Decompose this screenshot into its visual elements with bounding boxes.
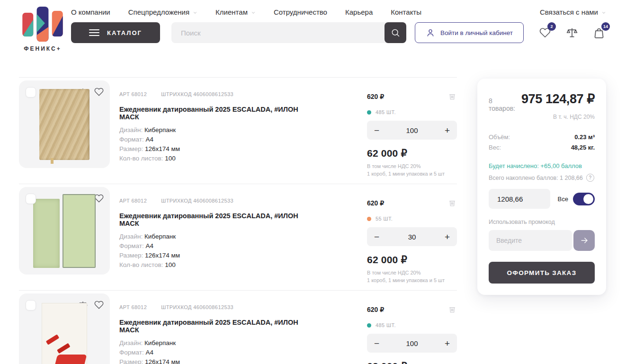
- cart-button[interactable]: 14: [592, 26, 606, 40]
- qty-decrease-button[interactable]: −: [374, 232, 379, 241]
- qty-value[interactable]: 100: [406, 339, 418, 347]
- toolbar: КАТАЛОГ Войти в личный кабинет 2: [71, 22, 606, 43]
- qty-value[interactable]: 100: [406, 126, 418, 134]
- product-row: АРТ 68012 ШТРИХКОД 4606008612533 Ежеднев…: [19, 290, 457, 364]
- nav-special-offers[interactable]: Спецпредложения: [128, 8, 197, 16]
- points-input[interactable]: [489, 189, 550, 209]
- points-spend-row: Все: [489, 189, 595, 209]
- row-total: 62 000 ₽: [367, 361, 457, 364]
- product-image: [39, 89, 89, 160]
- chevron-down-icon: [193, 10, 197, 15]
- all-points-toggle[interactable]: [573, 193, 595, 205]
- product-checkbox[interactable]: [26, 300, 36, 311]
- product-checkbox[interactable]: [26, 87, 36, 98]
- product-price-column: 620 ₽ 485 ШТ. − 100 + 62 000 ₽ В том чис…: [367, 80, 457, 184]
- search-button[interactable]: [385, 22, 406, 43]
- trash-icon: [447, 305, 457, 314]
- qty-increase-button[interactable]: +: [445, 339, 450, 348]
- stock-dot: [367, 323, 371, 328]
- product-image-card: [19, 80, 110, 168]
- points-accrued-note: Будет начислено: +65,00 баллов: [489, 162, 595, 169]
- remove-item-button[interactable]: [447, 305, 457, 316]
- trash-icon: [447, 198, 457, 208]
- cart-badge: 14: [601, 22, 610, 31]
- nav-clients[interactable]: Клиентам: [215, 8, 256, 16]
- header-icons: 2 14: [538, 26, 606, 40]
- help-icon[interactable]: ?: [586, 174, 594, 182]
- product-art: АРТ 68012: [119, 91, 147, 97]
- product-image: [42, 303, 87, 364]
- qty-increase-button[interactable]: +: [445, 232, 450, 241]
- product-art: АРТ 68012: [119, 198, 147, 204]
- points-total-note: Всего накоплено баллов: 1 208,66 ?: [489, 174, 595, 182]
- nav-about[interactable]: О компании: [71, 8, 110, 16]
- hamburger-icon: [89, 29, 99, 36]
- volume-value: 0.23 м³: [574, 132, 595, 142]
- product-details: АРТ 68012 ШТРИХКОД 4606008612533 Ежеднев…: [119, 80, 318, 184]
- quantity-stepper: − 100 +: [367, 334, 457, 353]
- qty-value[interactable]: 30: [408, 233, 416, 241]
- product-row: АРТ 68012 ШТРИХКОД 4606008612533 Ежеднев…: [19, 184, 457, 290]
- stock-text: 485 ШТ.: [376, 109, 396, 115]
- compare-button[interactable]: [565, 26, 579, 40]
- favorite-toggle[interactable]: [94, 300, 104, 311]
- cart-product-list: АРТ 68012 ШТРИХКОД 4606008612533 Ежеднев…: [19, 77, 457, 364]
- checkout-button[interactable]: ОФОРМИТЬ ЗАКАЗ: [489, 262, 595, 284]
- volume-row: Объём: 0.23 м³: [489, 132, 595, 142]
- unit-price: 620 ₽: [367, 199, 457, 207]
- favorite-toggle[interactable]: [94, 87, 104, 98]
- product-details: АРТ 68012 ШТРИХКОД 4606008612533 Ежеднев…: [119, 293, 318, 364]
- nav-career[interactable]: Карьера: [345, 8, 373, 16]
- nav-cooperation[interactable]: Сотрудничество: [274, 8, 327, 16]
- favorites-badge: 2: [547, 22, 556, 31]
- search-input[interactable]: [171, 22, 406, 43]
- stock-text: 485 ШТ.: [376, 322, 396, 328]
- logo-wordmark: ФЕНИКС+: [20, 45, 65, 52]
- row-total: 62 000 ₽: [367, 254, 457, 266]
- weight-row: Вес: 48,25 кг.: [489, 142, 595, 153]
- nav-contacts[interactable]: Контакты: [391, 8, 421, 16]
- product-image-card: [19, 293, 110, 364]
- logo-mark: [22, 7, 63, 42]
- summary-vat-note: В т. ч. НДС 20%: [489, 114, 595, 120]
- row-vat-note: В том числе НДС 20%: [367, 270, 457, 275]
- login-button[interactable]: Войти в личный кабинет: [415, 22, 524, 43]
- quantity-stepper: − 100 +: [367, 121, 457, 140]
- qty-decrease-button[interactable]: −: [374, 339, 379, 348]
- row-pack-note: 1 короб, 1 мини упаковка и 5 шт: [367, 277, 457, 283]
- items-count-label: 8 товаров:: [489, 97, 518, 112]
- trash-icon: [447, 92, 457, 101]
- product-title[interactable]: Ежедневник датированный 2025 ESCALADA, #…: [119, 106, 318, 121]
- apply-promo-button[interactable]: [573, 230, 595, 251]
- product-row: АРТ 68012 ШТРИХКОД 4606008612533 Ежеднев…: [19, 77, 457, 184]
- row-pack-note: 1 короб, 1 мини упаковка и 5 шт: [367, 171, 457, 177]
- product-title[interactable]: Ежедневник датированный 2025 ESCALADA, #…: [119, 212, 318, 227]
- main-content: АРТ 68012 ШТРИХКОД 4606008612533 Ежеднев…: [0, 77, 626, 364]
- catalog-button[interactable]: КАТАЛОГ: [71, 22, 160, 43]
- heart-icon: [94, 300, 104, 310]
- logo[interactable]: ФЕНИКС+: [20, 7, 65, 52]
- qty-decrease-button[interactable]: −: [374, 126, 379, 135]
- product-barcode: ШТРИХКОД 4606008612533: [161, 304, 233, 310]
- product-barcode: ШТРИХКОД 4606008612533: [161, 198, 233, 204]
- top-nav: О компании Спецпредложения Клиентам Сотр…: [71, 7, 606, 16]
- arrow-right-icon: [580, 236, 589, 245]
- unit-price: 620 ₽: [367, 306, 457, 313]
- stock-status: 55 ШТ.: [367, 216, 457, 222]
- product-price-column: 620 ₽ 55 ШТ. − 30 + 62 000 ₽ В том числе…: [367, 187, 457, 290]
- favorites-button[interactable]: 2: [538, 26, 552, 40]
- unit-price: 620 ₽: [367, 93, 457, 100]
- qty-increase-button[interactable]: +: [445, 126, 450, 135]
- product-image: [33, 194, 96, 268]
- stock-status: 485 ШТ.: [367, 322, 457, 328]
- product-title[interactable]: Ежедневник датированный 2025 ESCALADA, #…: [119, 319, 318, 334]
- remove-item-button[interactable]: [447, 92, 457, 103]
- nav-contact-us[interactable]: Связаться с нами: [540, 8, 606, 16]
- promo-input[interactable]: [489, 230, 572, 251]
- row-total: 62 000 ₽: [367, 148, 457, 159]
- user-icon: [426, 28, 435, 37]
- stock-status: 485 ШТ.: [367, 109, 457, 115]
- remove-item-button[interactable]: [447, 198, 457, 209]
- product-checkbox[interactable]: [26, 194, 36, 204]
- scales-icon: [566, 27, 578, 39]
